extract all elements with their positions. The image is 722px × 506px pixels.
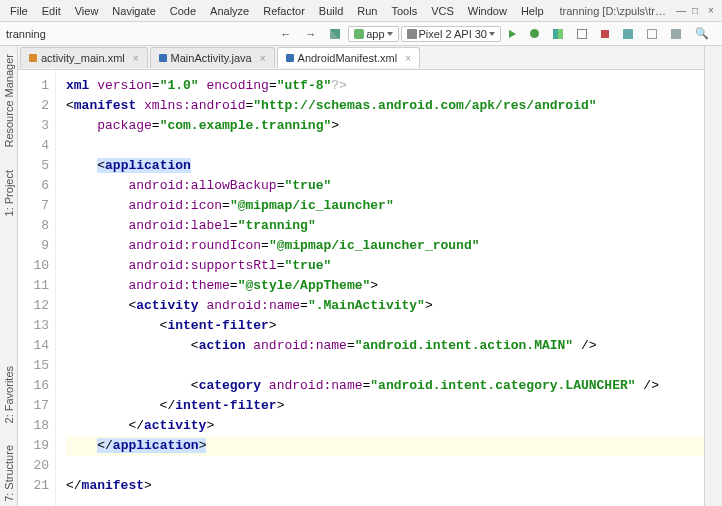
menu-run[interactable]: Run [351,3,383,19]
hammer-icon [330,29,340,39]
avd-icon [647,29,657,39]
close-icon[interactable]: × [405,53,411,64]
menu-code[interactable]: Code [164,3,202,19]
stop-icon [601,30,609,38]
menu-view[interactable]: View [69,3,105,19]
tab-label: AndroidManifest.xml [298,52,398,64]
tab-activity-main[interactable]: activity_main.xml× [20,47,148,68]
device-label: Pixel 2 API 30 [419,28,488,40]
search-button[interactable]: 🔍 [689,25,715,42]
play-icon [509,30,516,38]
window-minimize-icon[interactable]: — [672,5,686,16]
run-config-label: app [366,28,384,40]
menu-tools[interactable]: Tools [385,3,423,19]
tool-resource-manager[interactable]: Resource Manager [3,50,15,152]
editor-tabs: activity_main.xml× MainActivity.java× An… [18,46,704,70]
sync-button[interactable] [617,27,639,41]
android-icon [354,29,364,39]
sdk-icon [671,29,681,39]
menu-refactor[interactable]: Refactor [257,3,311,19]
debug-button[interactable] [524,27,545,40]
tab-label: activity_main.xml [41,52,125,64]
xml-file-icon [29,54,37,62]
build-button[interactable] [324,27,346,41]
device-icon [407,29,417,39]
profile-icon [553,29,563,39]
code-area[interactable]: xml version="1.0" encoding="utf-8"?><man… [56,70,704,506]
profile-button[interactable] [547,27,569,41]
sdk-button[interactable] [665,27,687,41]
nav-back-button[interactable]: ← [274,26,297,42]
chevron-down-icon [387,32,393,36]
attach-icon [577,29,587,39]
tool-structure[interactable]: 7: Structure [3,441,15,506]
menu-analyze[interactable]: Analyze [204,3,255,19]
right-tool-strip [704,46,722,506]
left-tool-strip: Resource Manager 1: Project 2: Favorites… [0,46,18,506]
window-close-icon[interactable]: × [704,5,718,16]
avd-button[interactable] [641,27,663,41]
window-title: tranning [D:\zpuls\tranning] - ...\app\s… [560,5,670,17]
close-icon[interactable]: × [260,53,266,64]
close-icon[interactable]: × [133,53,139,64]
toolbar: tranning ← → app Pixel 2 API 30 🔍 [0,22,722,46]
menu-window[interactable]: Window [462,3,513,19]
sync-icon [623,29,633,39]
stop-button[interactable] [595,28,615,40]
chevron-down-icon [489,32,495,36]
menu-build[interactable]: Build [313,3,349,19]
menu-edit[interactable]: Edit [36,3,67,19]
menu-vcs[interactable]: VCS [425,3,460,19]
run-button[interactable] [503,28,522,40]
attach-debugger-button[interactable] [571,27,593,41]
gutter: 123456789101112131415161718192021 [18,70,56,506]
run-config-combo[interactable]: app [348,26,398,42]
device-combo[interactable]: Pixel 2 API 30 [401,26,502,42]
nav-forward-button[interactable]: → [299,26,322,42]
menu-file[interactable]: File [4,3,34,19]
breadcrumb[interactable]: tranning [6,28,46,40]
menubar: File Edit View Navigate Code Analyze Ref… [0,0,722,22]
tab-manifest[interactable]: AndroidManifest.xml× [277,47,421,68]
tool-favorites[interactable]: 2: Favorites [3,362,15,427]
code-editor[interactable]: 123456789101112131415161718192021 xml ve… [18,70,704,506]
xml-file-icon [286,54,294,62]
tool-project[interactable]: 1: Project [3,166,15,220]
menu-help[interactable]: Help [515,3,550,19]
tab-label: MainActivity.java [171,52,252,64]
bug-icon [530,29,539,38]
tab-mainactivity[interactable]: MainActivity.java× [150,47,275,68]
menu-navigate[interactable]: Navigate [106,3,161,19]
window-maximize-icon[interactable]: □ [688,5,702,16]
java-file-icon [159,54,167,62]
